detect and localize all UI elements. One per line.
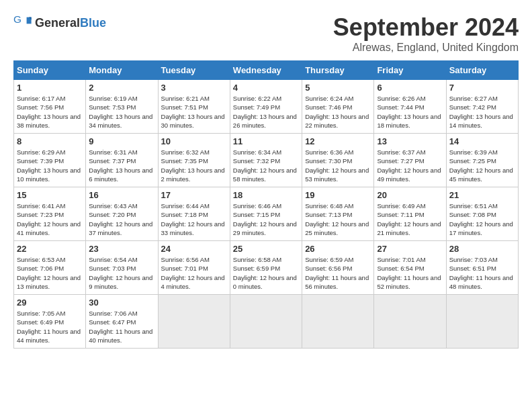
day-info: Sunrise: 6:56 AMSunset: 7:01 PMDaylight:… [161, 255, 227, 291]
page-header: G GeneralBlue September 2024 Alrewas, En… [13, 13, 519, 54]
day-cell: 25Sunrise: 6:58 AMSunset: 6:59 PMDayligh… [230, 241, 302, 295]
day-cell: 18Sunrise: 6:46 AMSunset: 7:15 PMDayligh… [230, 187, 302, 241]
day-cell: 24Sunrise: 6:56 AMSunset: 7:01 PMDayligh… [158, 241, 230, 295]
day-number: 14 [449, 136, 515, 146]
day-cell: 22Sunrise: 6:53 AMSunset: 7:06 PMDayligh… [14, 241, 86, 295]
header-sunday: Sunday [14, 61, 86, 80]
day-info: Sunrise: 6:31 AMSunset: 7:37 PMDaylight:… [89, 148, 154, 183]
day-number: 19 [305, 190, 371, 200]
day-info: Sunrise: 6:39 AMSunset: 7:25 PMDaylight:… [449, 148, 515, 183]
day-info: Sunrise: 6:17 AMSunset: 7:56 PMDaylight:… [17, 94, 83, 130]
day-info: Sunrise: 6:19 AMSunset: 7:53 PMDaylight:… [89, 94, 154, 130]
day-number: 2 [89, 83, 154, 93]
day-info: Sunrise: 6:37 AMSunset: 7:27 PMDaylight:… [377, 148, 443, 183]
day-info: Sunrise: 6:54 AMSunset: 7:03 PMDaylight:… [89, 255, 154, 291]
day-info: Sunrise: 6:36 AMSunset: 7:30 PMDaylight:… [305, 148, 371, 183]
day-info: Sunrise: 6:58 AMSunset: 6:59 PMDaylight:… [233, 255, 299, 291]
day-number: 8 [17, 136, 83, 146]
logo-icon: G [13, 13, 32, 32]
day-info: Sunrise: 6:43 AMSunset: 7:20 PMDaylight:… [89, 201, 154, 237]
svg-text:G: G [13, 13, 21, 25]
day-cell: 12Sunrise: 6:36 AMSunset: 7:30 PMDayligh… [302, 134, 374, 187]
header-friday: Friday [374, 61, 446, 80]
day-number: 23 [89, 244, 154, 254]
header-saturday: Saturday [446, 61, 518, 80]
day-cell: 26Sunrise: 6:59 AMSunset: 6:56 PMDayligh… [302, 241, 374, 295]
day-info: Sunrise: 6:51 AMSunset: 7:08 PMDaylight:… [449, 201, 515, 237]
day-cell: 19Sunrise: 6:48 AMSunset: 7:13 PMDayligh… [302, 187, 374, 241]
day-info: Sunrise: 7:05 AMSunset: 6:49 PMDaylight:… [17, 309, 83, 345]
day-number: 22 [17, 244, 83, 254]
day-info: Sunrise: 6:22 AMSunset: 7:49 PMDaylight:… [233, 94, 299, 130]
month-title: September 2024 [333, 13, 519, 42]
day-number: 15 [17, 190, 83, 200]
day-info: Sunrise: 6:59 AMSunset: 6:56 PMDaylight:… [305, 255, 371, 291]
day-cell: 7Sunrise: 6:27 AMSunset: 7:42 PMDaylight… [446, 80, 518, 134]
day-number: 21 [449, 190, 515, 200]
day-number: 6 [377, 83, 443, 93]
day-info: Sunrise: 7:03 AMSunset: 6:51 PMDaylight:… [449, 255, 515, 291]
day-number: 27 [377, 244, 443, 254]
day-info: Sunrise: 7:06 AMSunset: 6:47 PMDaylight:… [89, 309, 154, 345]
day-cell: 2Sunrise: 6:19 AMSunset: 7:53 PMDaylight… [86, 80, 158, 134]
day-cell: 13Sunrise: 6:37 AMSunset: 7:27 PMDayligh… [374, 134, 446, 187]
day-info: Sunrise: 7:01 AMSunset: 6:54 PMDaylight:… [377, 255, 443, 291]
day-number: 28 [449, 244, 515, 254]
day-number: 29 [17, 298, 83, 308]
day-number: 12 [305, 136, 371, 146]
day-number: 30 [89, 298, 154, 308]
day-number: 25 [233, 244, 299, 254]
day-cell: 5Sunrise: 6:24 AMSunset: 7:46 PMDaylight… [302, 80, 374, 134]
day-number: 3 [161, 83, 227, 93]
day-cell: 11Sunrise: 6:34 AMSunset: 7:32 PMDayligh… [230, 134, 302, 187]
day-info: Sunrise: 6:41 AMSunset: 7:23 PMDaylight:… [17, 201, 83, 237]
day-info: Sunrise: 6:44 AMSunset: 7:18 PMDaylight:… [161, 201, 227, 237]
header-thursday: Thursday [302, 61, 374, 80]
day-cell: 4Sunrise: 6:22 AMSunset: 7:49 PMDaylight… [230, 80, 302, 134]
header-monday: Monday [86, 61, 158, 80]
day-cell: 17Sunrise: 6:44 AMSunset: 7:18 PMDayligh… [158, 187, 230, 241]
week-row-4: 22Sunrise: 6:53 AMSunset: 7:06 PMDayligh… [14, 241, 519, 295]
logo-text: GeneralBlue [35, 16, 106, 30]
week-row-5: 29Sunrise: 7:05 AMSunset: 6:49 PMDayligh… [14, 295, 519, 349]
day-cell [158, 295, 230, 349]
day-cell [446, 295, 518, 349]
header-tuesday: Tuesday [158, 61, 230, 80]
calendar-table: SundayMondayTuesdayWednesdayThursdayFrid… [13, 60, 519, 349]
day-number: 10 [161, 136, 227, 146]
day-info: Sunrise: 6:49 AMSunset: 7:11 PMDaylight:… [377, 201, 443, 237]
week-row-2: 8Sunrise: 6:29 AMSunset: 7:39 PMDaylight… [14, 134, 519, 187]
week-row-1: 1Sunrise: 6:17 AMSunset: 7:56 PMDaylight… [14, 80, 519, 134]
day-cell [230, 295, 302, 349]
day-number: 4 [233, 83, 299, 93]
day-info: Sunrise: 6:27 AMSunset: 7:42 PMDaylight:… [449, 94, 515, 130]
day-cell: 23Sunrise: 6:54 AMSunset: 7:03 PMDayligh… [86, 241, 158, 295]
location-title: Alrewas, England, United Kingdom [333, 42, 519, 54]
day-number: 5 [305, 83, 371, 93]
day-cell: 10Sunrise: 6:32 AMSunset: 7:35 PMDayligh… [158, 134, 230, 187]
day-info: Sunrise: 6:29 AMSunset: 7:39 PMDaylight:… [17, 148, 83, 183]
day-cell: 1Sunrise: 6:17 AMSunset: 7:56 PMDaylight… [14, 80, 86, 134]
day-number: 13 [377, 136, 443, 146]
day-cell: 28Sunrise: 7:03 AMSunset: 6:51 PMDayligh… [446, 241, 518, 295]
week-row-3: 15Sunrise: 6:41 AMSunset: 7:23 PMDayligh… [14, 187, 519, 241]
day-number: 20 [377, 190, 443, 200]
day-info: Sunrise: 6:26 AMSunset: 7:44 PMDaylight:… [377, 94, 443, 130]
day-number: 11 [233, 136, 299, 146]
day-info: Sunrise: 6:32 AMSunset: 7:35 PMDaylight:… [161, 148, 227, 183]
day-cell: 16Sunrise: 6:43 AMSunset: 7:20 PMDayligh… [86, 187, 158, 241]
day-number: 18 [233, 190, 299, 200]
day-cell: 21Sunrise: 6:51 AMSunset: 7:08 PMDayligh… [446, 187, 518, 241]
day-cell: 14Sunrise: 6:39 AMSunset: 7:25 PMDayligh… [446, 134, 518, 187]
day-cell: 20Sunrise: 6:49 AMSunset: 7:11 PMDayligh… [374, 187, 446, 241]
day-cell: 15Sunrise: 6:41 AMSunset: 7:23 PMDayligh… [14, 187, 86, 241]
day-number: 17 [161, 190, 227, 200]
day-info: Sunrise: 6:48 AMSunset: 7:13 PMDaylight:… [305, 201, 371, 237]
day-cell: 9Sunrise: 6:31 AMSunset: 7:37 PMDaylight… [86, 134, 158, 187]
day-number: 16 [89, 190, 154, 200]
day-cell: 6Sunrise: 6:26 AMSunset: 7:44 PMDaylight… [374, 80, 446, 134]
day-cell [302, 295, 374, 349]
header-wednesday: Wednesday [230, 61, 302, 80]
day-number: 9 [89, 136, 154, 146]
day-info: Sunrise: 6:53 AMSunset: 7:06 PMDaylight:… [17, 255, 83, 291]
